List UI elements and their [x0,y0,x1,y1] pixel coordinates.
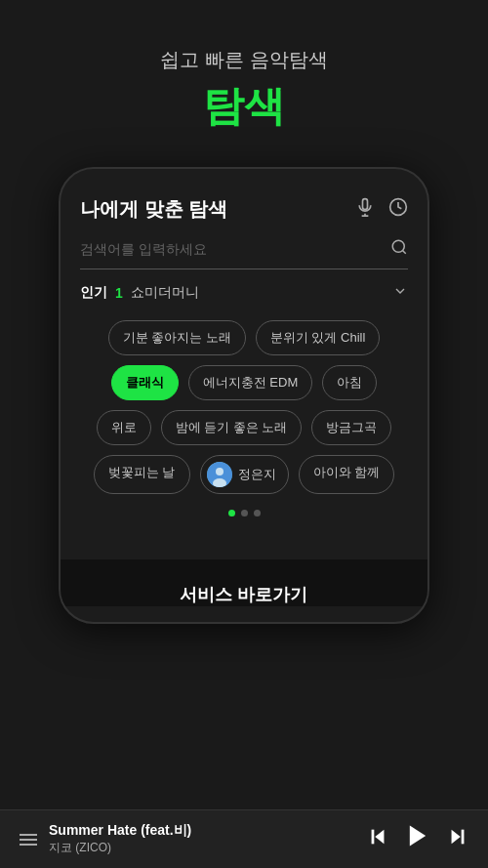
svg-point-4 [392,240,404,252]
history-icon[interactable] [388,197,408,222]
player-artist: 지코 (ZICO) [49,840,355,856]
tag-morning[interactable]: 아침 [322,365,377,400]
tag-chill[interactable]: 분위기 있게 Chill [256,320,381,355]
tag-mood-good[interactable]: 기분 좋아지는 노래 [108,320,246,355]
player-controls [367,822,468,856]
tag-just-heard[interactable]: 방금그곡 [311,410,391,445]
search-bar[interactable]: 검색어를 입력하세요 [80,238,408,269]
svg-rect-13 [462,830,465,845]
dot-3 [254,510,261,517]
svg-rect-0 [363,199,368,210]
service-section: 서비스 바로가기 [61,559,427,606]
tag-edm[interactable]: 에너지충전 EDM [188,365,313,400]
trending-left: 인기 1 쇼미더머니 [80,284,199,302]
chevron-down-icon[interactable] [392,283,408,303]
dot-2 [241,510,248,517]
svg-point-7 [216,468,224,475]
search-icon[interactable] [390,238,408,261]
svg-marker-12 [452,830,461,845]
trending-label: 인기 [80,284,107,302]
phone-header-title: 나에게 맞춘 탐색 [80,196,227,223]
subtitle: 쉽고 빠른 음악탐색 [20,47,468,73]
tag-with-kids[interactable]: 아이와 함께 [299,455,395,494]
play-button[interactable] [404,822,431,856]
trending-rank: 1 [115,285,123,301]
trending-row[interactable]: 인기 1 쇼미더머니 [80,283,408,303]
menu-icon[interactable] [20,834,37,846]
tag-cherry[interactable]: 벚꽃피는 날 [94,455,190,494]
main-title: 탐색 [20,79,468,134]
phone-mockup: 나에게 맞춘 탐색 [0,157,488,624]
player-info: Summer Hate (feat.비) 지코 (ZICO) [49,822,355,856]
dot-1 [228,510,235,517]
service-title: 서비스 바로가기 [80,583,408,606]
phone-frame: 나에게 맞춘 탐색 [59,167,429,624]
player-bar: Summer Hate (feat.비) 지코 (ZICO) [0,809,488,868]
next-button[interactable] [447,826,468,852]
pagination-dots [80,510,408,517]
trending-song: 쇼미더머니 [131,284,199,302]
search-placeholder: 검색어를 입력하세요 [80,241,390,259]
tag-classic[interactable]: 클래식 [111,365,179,400]
tags-section: 기분 좋아지는 노래 분위기 있게 Chill 클래식 에너지충전 EDM 아침… [80,320,408,494]
phone-header: 나에게 맞춘 탐색 [80,196,408,223]
top-section: 쉽고 빠른 음악탐색 탐색 [0,0,488,157]
artist-avatar [207,462,232,487]
tag-comfort[interactable]: 위로 [97,410,151,445]
tag-artist-label: 정은지 [238,466,276,483]
player-song-title: Summer Hate (feat.비) [49,822,355,840]
svg-rect-10 [372,830,375,845]
tag-artist[interactable]: 정은지 [200,455,289,494]
tag-night[interactable]: 밤에 듣기 좋은 노래 [161,410,303,445]
prev-button[interactable] [367,826,388,852]
svg-marker-9 [375,830,384,845]
mic-icon[interactable] [355,197,375,222]
header-icons [355,197,408,222]
svg-marker-11 [410,826,426,847]
phone-content: 나에게 맞춘 탐색 [61,169,427,544]
svg-line-5 [402,250,405,253]
